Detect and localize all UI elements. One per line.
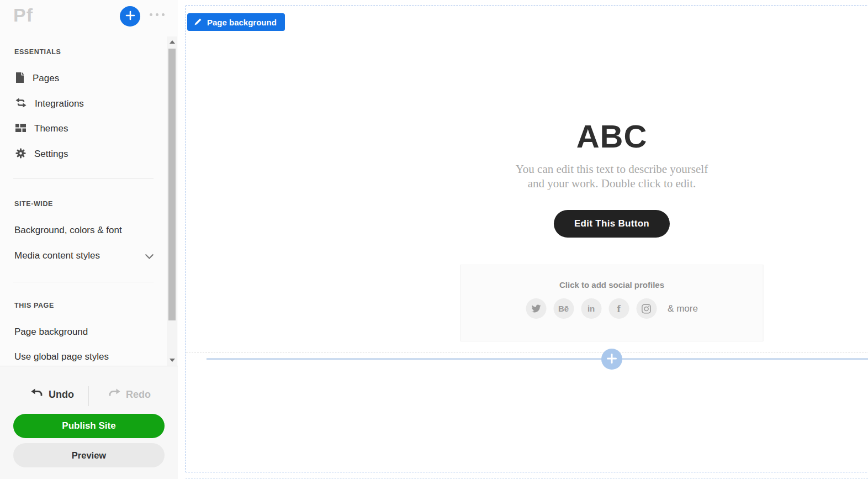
hero-title[interactable]: ABC bbox=[186, 118, 868, 155]
portfolio-logo: Pf bbox=[13, 4, 33, 26]
sidebar: Pf ESSENTIALS Pages bbox=[0, 0, 178, 479]
sidebar-scrollbar[interactable] bbox=[167, 36, 177, 366]
preview-button[interactable]: Preview bbox=[13, 443, 165, 467]
sidebar-item-label: Themes bbox=[34, 123, 68, 134]
add-button[interactable] bbox=[120, 6, 140, 27]
plus-icon bbox=[125, 10, 135, 22]
page-icon bbox=[15, 72, 24, 85]
editor-canvas[interactable]: Page background ABC You can edit this te… bbox=[186, 6, 868, 472]
sidebar-item-label: Pages bbox=[33, 73, 59, 84]
more-socials-label: & more bbox=[668, 303, 698, 314]
scroll-up-arrow-icon[interactable] bbox=[170, 40, 175, 44]
sidebar-item-media-content-styles[interactable]: Media content styles bbox=[14, 249, 100, 263]
sidebar-divider bbox=[13, 282, 154, 282]
hero-subtitle-line-2: and your work. Double click to edit. bbox=[186, 177, 868, 191]
redo-button[interactable]: Redo bbox=[108, 388, 151, 401]
undo-arrow-icon bbox=[31, 388, 43, 401]
sidebar-item-label: Integrations bbox=[35, 98, 84, 109]
undo-label: Undo bbox=[49, 389, 74, 401]
social-panel-title: Click to add social profiles bbox=[461, 280, 763, 289]
more-options-button[interactable] bbox=[150, 13, 165, 16]
behance-icon[interactable]: Bē bbox=[553, 298, 574, 319]
add-section-line[interactable] bbox=[207, 358, 868, 360]
section-boundary-dashed bbox=[186, 352, 868, 353]
next-section-boundary-dashed bbox=[186, 478, 868, 478]
scroll-down-arrow-icon[interactable] bbox=[170, 359, 175, 362]
section-title-essentials: ESSENTIALS bbox=[14, 48, 61, 56]
page-background-tag[interactable]: Page background bbox=[187, 13, 285, 31]
pencil-icon bbox=[194, 18, 202, 27]
app-root: Pf ESSENTIALS Pages bbox=[0, 0, 868, 479]
page-background-tag-label: Page background bbox=[207, 18, 277, 27]
sidebar-item-settings[interactable]: Settings bbox=[15, 147, 68, 161]
themes-grid-icon bbox=[15, 123, 26, 135]
linkedin-icon[interactable]: in bbox=[581, 298, 601, 319]
sidebar-item-background-colors-font[interactable]: Background, colors & font bbox=[14, 223, 122, 238]
hero-subtitle-line-1: You can edit this text to describe yours… bbox=[186, 162, 868, 177]
social-profiles-panel[interactable]: Click to add social profiles Bē in f bbox=[461, 265, 764, 341]
add-section-button[interactable] bbox=[601, 349, 622, 370]
publish-site-button[interactable]: Publish Site bbox=[13, 414, 165, 438]
facebook-icon[interactable]: f bbox=[608, 298, 629, 319]
sidebar-footer: Undo Redo Publish Site Preview bbox=[0, 366, 178, 479]
twitter-icon[interactable] bbox=[526, 298, 546, 319]
undo-redo-row: Undo Redo bbox=[0, 387, 178, 406]
redo-label: Redo bbox=[126, 389, 151, 401]
chevron-down-icon[interactable] bbox=[145, 252, 154, 262]
sidebar-item-pages[interactable]: Pages bbox=[15, 71, 59, 86]
sidebar-item-themes[interactable]: Themes bbox=[15, 122, 68, 136]
scrollbar-thumb[interactable] bbox=[168, 49, 176, 320]
edit-this-button[interactable]: Edit This Button bbox=[554, 210, 670, 238]
gear-icon bbox=[15, 148, 26, 161]
sidebar-item-integrations[interactable]: Integrations bbox=[15, 97, 84, 111]
sidebar-divider bbox=[13, 178, 154, 179]
section-title-this-page: THIS PAGE bbox=[14, 302, 54, 309]
sidebar-item-label: Settings bbox=[34, 149, 68, 160]
section-title-site-wide: SITE-WIDE bbox=[14, 200, 53, 208]
redo-arrow-icon bbox=[108, 388, 120, 401]
sidebar-item-use-global-page-styles[interactable]: Use global page styles bbox=[14, 350, 109, 364]
hero-subtitle[interactable]: You can edit this text to describe yours… bbox=[186, 162, 868, 191]
plus-icon bbox=[606, 353, 617, 366]
swap-arrows-icon bbox=[15, 98, 27, 110]
undo-redo-divider bbox=[88, 386, 89, 406]
instagram-icon[interactable] bbox=[636, 298, 657, 319]
social-icons-row: Bē in f & more bbox=[461, 298, 763, 319]
sidebar-item-page-background[interactable]: Page background bbox=[14, 325, 88, 339]
undo-button[interactable]: Undo bbox=[31, 388, 74, 401]
